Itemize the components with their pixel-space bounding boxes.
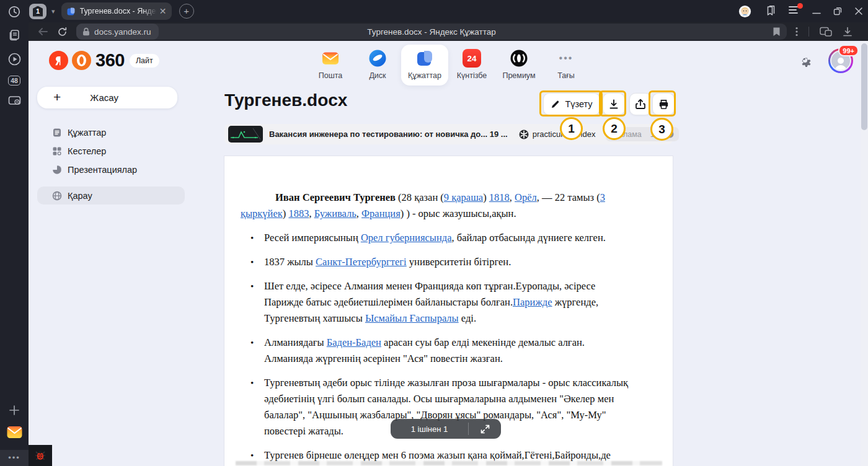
profile-emoji-avatar[interactable] <box>738 5 751 18</box>
page-scrollbar[interactable] <box>861 41 868 466</box>
tab-counter[interactable]: 1 <box>29 4 46 19</box>
play-circle-icon[interactable] <box>0 52 29 66</box>
tab-list-chevron-icon[interactable]: ▾ <box>51 7 55 15</box>
create-button[interactable]: + Жасау <box>37 87 177 108</box>
app-label: Күнтізбе <box>457 71 487 80</box>
sidebar-item-label: Кестелер <box>68 146 106 156</box>
screen-capture-icon[interactable] <box>0 94 29 108</box>
docs-sidebar: + Жасау Құжаттар Кестелер Презентациялар <box>37 87 185 205</box>
doc-link[interactable]: Орел губерниясында <box>361 232 452 244</box>
rail-more-icon[interactable]: ••• <box>0 450 29 466</box>
scrollbar-thumb[interactable] <box>861 43 867 130</box>
side-panel-icon[interactable] <box>820 27 832 37</box>
sidebar-item-documents[interactable]: Құжаттар <box>37 123 185 141</box>
badge-48-icon[interactable]: 48 <box>0 76 29 86</box>
sidebar-item-presentations[interactable]: Презентациялар <box>37 160 185 178</box>
sidebar-item-view[interactable]: Қарау <box>37 187 185 204</box>
menu-notification-dot <box>797 3 803 9</box>
minimize-icon[interactable] <box>812 7 821 15</box>
app-premium[interactable]: Премиум <box>495 45 542 86</box>
plus-icon: + <box>53 90 61 105</box>
address-bar[interactable]: docs.yandex.ru Тургенев.docx - Яндекс Құ… <box>76 24 787 40</box>
browser-tab[interactable]: Тургенев.docx - Яндекс ✕ <box>61 2 172 20</box>
table-icon <box>52 146 62 156</box>
yandex-o-icon <box>71 50 92 71</box>
sidebar-item-label: Презентациялар <box>68 165 137 175</box>
bug-icon <box>33 449 47 462</box>
doc-link[interactable]: Франция <box>361 208 401 219</box>
doc-link[interactable]: Ысмайыл Ғаспыралы <box>365 312 459 324</box>
yandex-360-logo[interactable]: 360 Лайт <box>48 50 159 71</box>
annotation-rect-2 <box>599 90 626 116</box>
doc-link[interactable]: 9 қараша <box>444 191 483 203</box>
app-more[interactable]: ••• Тағы <box>542 45 590 86</box>
browser-tab-bar: 1 ▾ Тургенев.docx - Яндекс ✕ + <box>29 0 868 22</box>
app-label: Пошта <box>319 71 343 80</box>
app-label: Диск <box>369 71 386 80</box>
bug-report-button[interactable] <box>29 445 52 466</box>
pie-chart-icon <box>52 165 62 175</box>
doc-link[interactable]: Санкт-Петербургтегі <box>316 256 407 268</box>
docs-page: 360 Лайт Пошта Диск <box>29 41 868 466</box>
bullet-item: •Алманиядағы Баден-Баден арасан суы бар … <box>250 335 634 367</box>
back-icon[interactable] <box>37 27 48 37</box>
tab-title: Тургенев.docx - Яндекс <box>80 7 157 15</box>
ad-thumbnail <box>228 126 263 143</box>
settings-gear-icon[interactable] <box>798 54 812 68</box>
practicum-logo-icon <box>519 130 529 139</box>
yandex-ya-icon <box>48 50 69 71</box>
doc-link[interactable]: Баден-Баден <box>327 336 381 348</box>
mail-icon <box>321 49 340 68</box>
doc-link[interactable]: 1883 <box>288 208 309 219</box>
document-title: Тургенев.docx <box>224 90 347 110</box>
collections-icon[interactable] <box>0 29 29 42</box>
bullet-item: •Шет елде, әсіресе Алмания менен Франция… <box>250 278 634 327</box>
premium-icon <box>510 49 528 68</box>
brand-tier-badge: Лайт <box>130 54 159 68</box>
downloads-icon[interactable] <box>843 27 852 37</box>
app-label: Құжаттар <box>408 71 441 80</box>
create-button-label: Жасау <box>61 92 148 103</box>
ad-source[interactable]: practicum.yandex <box>519 130 596 139</box>
globe-icon <box>52 191 62 201</box>
lock-icon <box>82 27 90 36</box>
new-tab-button[interactable]: + <box>179 4 194 19</box>
url-text: docs.yandex.ru <box>94 27 151 37</box>
bookmarks-icon[interactable] <box>764 5 776 17</box>
docs-icon <box>415 49 434 68</box>
tab-counter-value: 1 <box>33 6 43 17</box>
doc-link[interactable]: Буживаль <box>314 208 356 219</box>
browser-menu-icon[interactable] <box>789 6 800 17</box>
more-apps-icon: ••• <box>557 49 575 68</box>
ad-title: Вакансия инженера по тестированию: от но… <box>269 130 508 139</box>
app-docs[interactable]: Құжаттар <box>401 45 448 86</box>
close-window-icon[interactable] <box>854 7 863 15</box>
site-identity-chip[interactable]: docs.yandex.ru <box>76 24 159 40</box>
account-avatar[interactable]: 99+ <box>828 48 853 73</box>
annotation-circle-2: 2 <box>603 117 626 140</box>
browser-side-rail: 48 ••• <box>0 0 29 466</box>
sidebar-item-tables[interactable]: Кестелер <box>37 142 185 160</box>
address-more-icon[interactable] <box>795 27 798 37</box>
app-calendar[interactable]: 24 Күнтізбе <box>448 45 495 86</box>
doc-link[interactable]: Парижде <box>513 296 552 308</box>
window-title: Тургенев.docx - Яндекс Құжаттар <box>76 27 787 37</box>
annotation-circle-1: 1 <box>560 117 583 140</box>
app-mail[interactable]: Пошта <box>307 45 354 86</box>
sidebar-item-label: Қарау <box>68 191 92 201</box>
history-icon[interactable] <box>0 5 29 19</box>
annotation-rect-1 <box>539 90 603 116</box>
tab-close-icon[interactable]: ✕ <box>159 6 167 16</box>
app-disk[interactable]: Диск <box>354 45 401 86</box>
bookmark-flag-icon[interactable] <box>773 27 781 37</box>
rail-add-icon[interactable] <box>0 404 29 416</box>
notifications-badge: 99+ <box>838 45 859 56</box>
mail-app-icon[interactable] <box>0 424 29 441</box>
fullscreen-button[interactable] <box>469 424 501 434</box>
doc-link[interactable]: 1818 <box>489 191 510 203</box>
refresh-icon[interactable] <box>57 27 68 37</box>
app-label: Тағы <box>557 71 575 80</box>
doc-link[interactable]: Орёл <box>515 191 537 203</box>
restore-icon[interactable] <box>833 7 842 15</box>
next-line-preview <box>236 461 662 465</box>
